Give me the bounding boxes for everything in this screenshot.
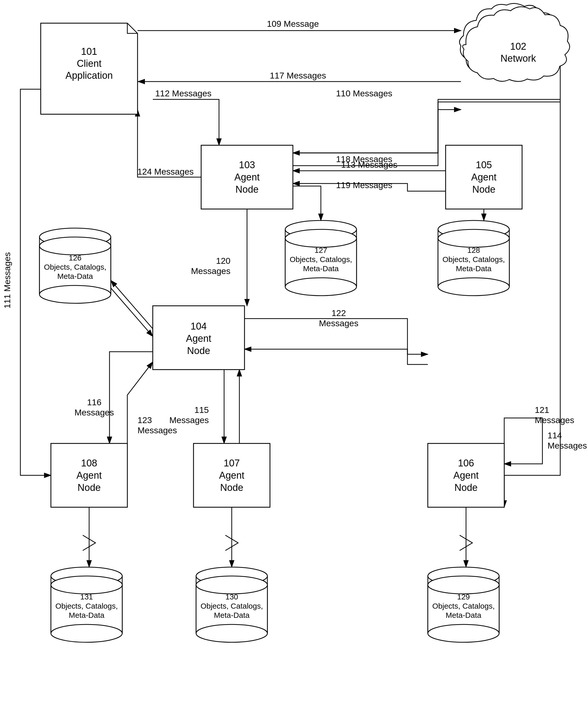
label-116a: 116 bbox=[87, 397, 102, 407]
label-121b: Messages bbox=[535, 415, 574, 425]
label-116b: Messages bbox=[75, 407, 114, 417]
svg-text:128: 128 bbox=[467, 246, 480, 254]
label-123a: 123 bbox=[138, 415, 152, 425]
svg-text:105: 105 bbox=[476, 160, 492, 170]
svg-text:Network: Network bbox=[500, 53, 536, 64]
svg-text:Application: Application bbox=[65, 70, 113, 81]
svg-point-165 bbox=[428, 624, 499, 642]
svg-text:Meta-Data: Meta-Data bbox=[69, 611, 104, 619]
label-115a: 115 bbox=[194, 405, 209, 415]
svg-line-109 bbox=[111, 288, 153, 336]
svg-text:Objects, Catalogs,: Objects, Catalogs, bbox=[442, 255, 505, 263]
svg-text:Node: Node bbox=[235, 184, 259, 195]
svg-point-176 bbox=[51, 576, 122, 594]
svg-text:Agent: Agent bbox=[453, 470, 479, 481]
svg-text:Meta-Data: Meta-Data bbox=[456, 264, 491, 273]
svg-text:Objects, Catalogs,: Objects, Catalogs, bbox=[290, 255, 352, 263]
svg-text:Agent: Agent bbox=[219, 470, 245, 481]
svg-text:Node: Node bbox=[455, 482, 478, 493]
svg-text:Objects, Catalogs,: Objects, Catalogs, bbox=[44, 263, 106, 271]
svg-text:101: 101 bbox=[81, 46, 97, 57]
svg-text:131: 131 bbox=[80, 593, 93, 601]
svg-text:Agent: Agent bbox=[234, 172, 260, 182]
svg-text:Node: Node bbox=[78, 482, 101, 493]
svg-point-152 bbox=[285, 229, 357, 247]
label-109: 109 Message bbox=[267, 19, 319, 28]
svg-text:106: 106 bbox=[458, 458, 474, 468]
label-110: 110 Messages bbox=[336, 88, 392, 98]
svg-text:Objects, Catalogs,: Objects, Catalogs, bbox=[55, 602, 118, 610]
svg-text:Agent: Agent bbox=[471, 172, 497, 182]
svg-text:Client: Client bbox=[77, 58, 102, 69]
label-120b: Messages bbox=[191, 266, 230, 276]
label-121a: 121 bbox=[535, 405, 549, 415]
label-119: 119 Messages bbox=[336, 180, 392, 190]
label-124: 124 Messages bbox=[137, 167, 193, 176]
svg-text:Meta-Data: Meta-Data bbox=[57, 272, 93, 280]
svg-text:104: 104 bbox=[190, 321, 207, 332]
svg-text:108: 108 bbox=[81, 458, 97, 468]
label-122a: 122 bbox=[332, 308, 346, 318]
svg-point-170 bbox=[196, 576, 267, 594]
label-120: 120 bbox=[216, 256, 230, 265]
svg-text:Node: Node bbox=[220, 482, 244, 493]
svg-point-164 bbox=[428, 576, 499, 594]
svg-text:Agent: Agent bbox=[77, 470, 102, 481]
label-122b: Messages bbox=[319, 318, 359, 328]
svg-text:130: 130 bbox=[225, 593, 238, 601]
svg-point-146 bbox=[40, 237, 111, 255]
label-114a: 114 bbox=[547, 431, 562, 440]
svg-text:102: 102 bbox=[510, 41, 526, 52]
svg-text:103: 103 bbox=[239, 160, 255, 170]
svg-point-153 bbox=[285, 278, 357, 296]
label-111a: 111 Messages bbox=[2, 252, 12, 308]
svg-text:Meta-Data: Meta-Data bbox=[303, 264, 339, 273]
label-113: 113 Messages bbox=[341, 160, 397, 169]
svg-text:107: 107 bbox=[224, 458, 239, 468]
label-114b: Messages bbox=[547, 441, 587, 451]
svg-text:Objects, Catalogs,: Objects, Catalogs, bbox=[432, 602, 495, 610]
svg-point-158 bbox=[438, 229, 509, 247]
svg-text:126: 126 bbox=[69, 254, 82, 262]
main-diagram: 101 Client Application 102 Network 103 A… bbox=[0, 0, 588, 720]
svg-text:129: 129 bbox=[457, 593, 470, 601]
svg-text:Node: Node bbox=[472, 184, 496, 195]
svg-point-171 bbox=[196, 624, 267, 642]
svg-point-159 bbox=[438, 278, 509, 296]
label-117: 117 Messages bbox=[270, 71, 326, 80]
svg-text:Meta-Data: Meta-Data bbox=[446, 611, 481, 619]
svg-text:127: 127 bbox=[315, 246, 327, 254]
svg-text:Objects, Catalogs,: Objects, Catalogs, bbox=[201, 602, 263, 610]
svg-text:Meta-Data: Meta-Data bbox=[214, 611, 250, 619]
svg-text:Agent: Agent bbox=[186, 333, 211, 344]
label-115b: Messages bbox=[169, 415, 209, 425]
svg-line-108 bbox=[111, 280, 153, 329]
svg-point-177 bbox=[51, 624, 122, 642]
label-112: 112 Messages bbox=[155, 88, 211, 98]
svg-text:Node: Node bbox=[187, 345, 210, 356]
label-123b: Messages bbox=[138, 425, 177, 435]
svg-point-147 bbox=[40, 285, 111, 303]
